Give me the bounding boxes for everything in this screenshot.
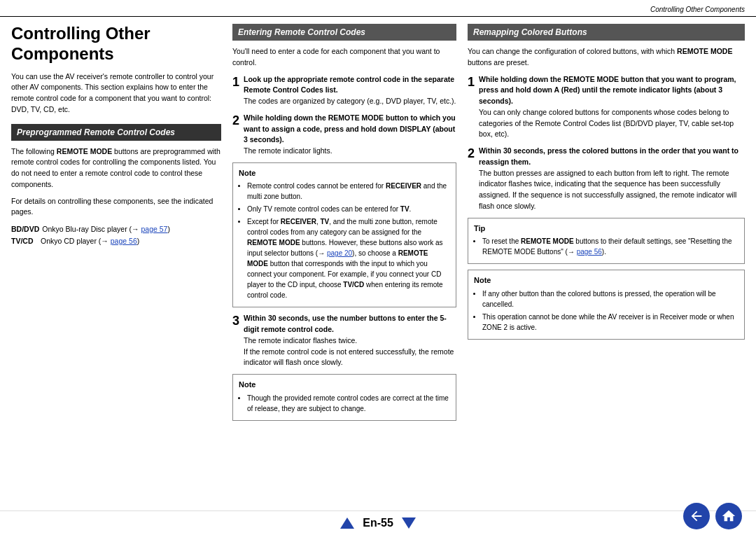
mid-note-2: Note Though the provided remote control …	[232, 374, 456, 421]
mid-note-1: Note Remote control codes cannot be ente…	[232, 162, 456, 308]
tv-cd-label: TV/CD	[11, 235, 38, 247]
tv-cd-desc: Onkyo CD player (→ page 56)	[41, 235, 139, 247]
right-step-1-content: While holding down the REMOTE MODE butto…	[479, 74, 745, 141]
right-step-1: 1 While holding down the REMOTE MODE but…	[468, 74, 745, 141]
mid-note-1-item-1: Remote control codes cannot be entered f…	[247, 181, 450, 202]
mid-step-2: 2 While holding down the REMOTE MODE but…	[232, 113, 456, 157]
footer-nav: En-55	[340, 517, 416, 529]
main-title: Controlling OtherComponents	[11, 24, 221, 64]
mid-step-1-content: Look up the appropriate remote control c…	[244, 74, 456, 107]
right-step-2-title: Within 30 seconds, press the colored but…	[479, 146, 738, 166]
right-step-2-text: The button presses are assigned to each …	[479, 169, 736, 210]
mid-note-2-item-1: Though the provided remote control codes…	[247, 393, 450, 414]
mid-step-2-title: While holding down the REMOTE MODE butto…	[244, 113, 456, 144]
mid-step-1-text: The codes are organized by category (e.g…	[244, 97, 456, 105]
mid-step-2-text: The remote indicator lights.	[244, 146, 332, 155]
right-note: Note If any other button than the colore…	[468, 270, 745, 340]
mid-step-1-title: Look up the appropriate remote control c…	[244, 75, 454, 95]
page-label: En-55	[363, 517, 393, 529]
mid-note-1-item-3: Except for RECEIVER, TV, and the multi z…	[247, 216, 450, 300]
prev-page-button[interactable]	[340, 517, 354, 529]
right-step-1-title: While holding down the REMOTE MODE butto…	[479, 75, 736, 106]
footer: En-55	[0, 510, 756, 535]
right-tip: Tip To reset the REMOTE MODE buttons to …	[468, 218, 745, 265]
bd-dvd-label: BD/DVD	[11, 223, 39, 235]
preprogrammed-text2: For details on controlling these compone…	[11, 196, 221, 218]
preprogrammed-section-header: Preprogrammed Remote Control Codes	[11, 124, 221, 141]
header-title: Controlling Other Components	[650, 6, 745, 13]
intro-text: You can use the AV receiver's remote con…	[11, 71, 221, 116]
mid-note-2-label: Note	[239, 379, 450, 391]
right-tip-item-1: To reset the REMOTE MODE buttons to thei…	[482, 236, 738, 257]
right-note-item-2: This operation cannot be done while the …	[482, 312, 738, 333]
right-note-label: Note	[474, 275, 738, 286]
tv-cd-link[interactable]: page 56	[111, 237, 137, 245]
next-page-button[interactable]	[402, 517, 416, 529]
right-step-1-text: You can only change colored buttons for …	[479, 108, 734, 139]
mid-step-3-title: Within 30 seconds, use the number button…	[244, 314, 447, 333]
bd-dvd-ref: BD/DVD Onkyo Blu-ray Disc player (→ page…	[11, 223, 221, 235]
mid-step-2-num: 2	[232, 114, 239, 157]
preprogrammed-text1: The following REMOTE MODE buttons are pr…	[11, 146, 221, 190]
footer-icons	[683, 503, 742, 529]
mid-step-2-content: While holding down the REMOTE MODE butto…	[244, 113, 456, 157]
mid-note-2-list: Though the provided remote control codes…	[239, 393, 450, 414]
back-button[interactable]	[683, 503, 710, 529]
middle-column: Entering Remote Control Codes You'll nee…	[232, 24, 456, 489]
mid-step-3-text2: If the remote control code is not entere…	[244, 347, 454, 367]
mid-note-1-label: Note	[239, 167, 450, 179]
right-note-list: If any other button than the colored but…	[474, 289, 738, 333]
right-note-item-1: If any other button than the colored but…	[482, 289, 738, 310]
mid-note-1-list: Remote control codes cannot be entered f…	[239, 181, 450, 300]
bd-dvd-link[interactable]: page 57	[141, 225, 167, 233]
right-column: Remapping Colored Buttons You can change…	[468, 24, 745, 489]
entering-section-header: Entering Remote Control Codes	[232, 24, 456, 41]
content-area: Controlling OtherComponents You can use …	[0, 17, 756, 496]
left-column: Controlling OtherComponents You can use …	[11, 24, 221, 489]
mid-step-3-content: Within 30 seconds, use the number button…	[244, 313, 456, 368]
mid-step-1-num: 1	[232, 76, 239, 107]
tv-cd-ref: TV/CD Onkyo CD player (→ page 56)	[11, 235, 221, 247]
mid-note-1-item-2: Only TV remote control codes can be ente…	[247, 204, 450, 214]
right-step-2-content: Within 30 seconds, press the colored but…	[479, 146, 745, 212]
right-step-1-num: 1	[468, 76, 475, 141]
page-header: Controlling Other Components	[0, 0, 756, 17]
right-step-2: 2 Within 30 seconds, press the colored b…	[468, 146, 745, 212]
mid-step-3: 3 Within 30 seconds, use the number butt…	[232, 313, 456, 368]
page56-tip-link[interactable]: page 56	[577, 248, 602, 256]
entering-intro: You'll need to enter a code for each com…	[232, 46, 456, 69]
mid-step-3-text1: The remote indicator flashes twice.	[244, 336, 357, 345]
home-button[interactable]	[715, 503, 742, 529]
right-tip-label: Tip	[474, 223, 738, 235]
bd-dvd-desc: Onkyo Blu-ray Disc player (→ page 57)	[42, 223, 170, 235]
right-tip-list: To reset the REMOTE MODE buttons to thei…	[474, 236, 738, 257]
page20-link[interactable]: page 20	[327, 249, 352, 257]
right-step-2-num: 2	[468, 147, 475, 212]
mid-step-1: 1 Look up the appropriate remote control…	[232, 74, 456, 107]
ref-list: BD/DVD Onkyo Blu-ray Disc player (→ page…	[11, 223, 221, 247]
remapping-intro: You can change the configuration of colo…	[468, 46, 745, 69]
remapping-section-header: Remapping Colored Buttons	[468, 24, 745, 41]
mid-step-3-num: 3	[232, 314, 239, 368]
